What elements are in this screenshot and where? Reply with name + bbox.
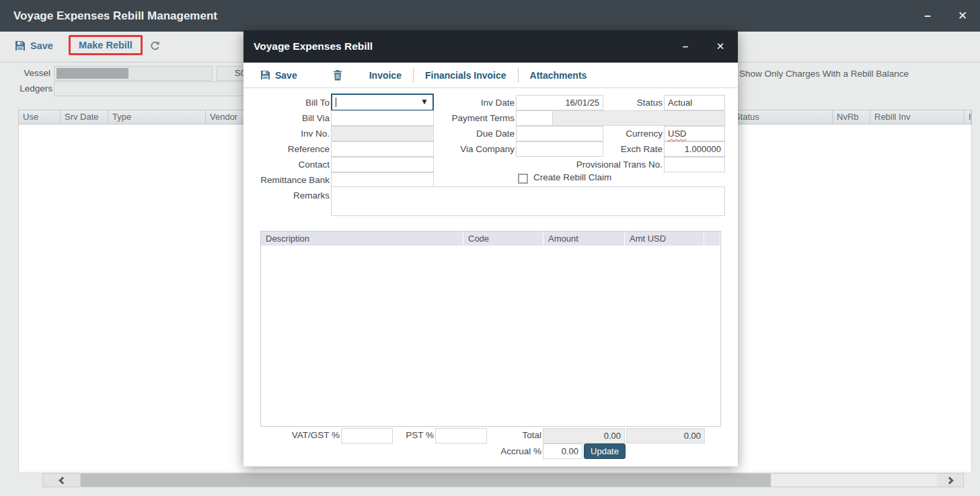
column-header-use[interactable]: Use <box>19 110 61 124</box>
main-save-button[interactable]: Save <box>15 40 53 51</box>
chevron-left-icon <box>59 476 66 484</box>
modal-save-button[interactable]: Save <box>260 70 297 81</box>
payment-terms-description-field <box>553 110 725 126</box>
remittance-bank-label: Remittance Bank <box>243 173 330 188</box>
exch-rate-label: Exch Rate <box>548 142 663 157</box>
scroll-left-button[interactable] <box>43 474 81 487</box>
column-header-filler <box>704 232 720 246</box>
column-header-type[interactable]: Type <box>108 110 206 124</box>
modal-titlebar: Voyage Expenses Rebill – ✕ <box>243 30 738 63</box>
main-close-button[interactable]: ✕ <box>951 0 974 32</box>
status-label: Status <box>548 96 663 110</box>
minimize-icon: – <box>924 9 930 22</box>
total-amt-usd-field <box>626 428 705 444</box>
save-icon <box>260 70 270 80</box>
column-header-inv[interactable]: Inv <box>965 110 971 124</box>
attachments-tab[interactable]: Attachments <box>530 70 587 81</box>
vessel-label: Vessel <box>0 68 50 78</box>
create-rebill-claim-label: Create Rebill Claim <box>533 172 611 182</box>
main-minimize-button[interactable]: – <box>916 0 939 32</box>
bill-to-combobox[interactable]: ▼ <box>331 94 434 111</box>
currency-label: Currency <box>548 127 663 141</box>
refresh-button[interactable] <box>149 40 161 52</box>
chevron-right-icon <box>946 476 953 484</box>
voyage-expenses-rebill-dialog: Voyage Expenses Rebill – ✕ Save Invoice … <box>243 30 738 466</box>
contact-label: Contact <box>243 157 330 172</box>
total-amount-field <box>543 428 625 444</box>
inv-no-label: Inv No. <box>243 127 330 141</box>
bill-to-label: Bill To <box>243 96 330 110</box>
payment-terms-label: Payment Terms <box>427 111 515 126</box>
inv-date-label: Inv Date <box>427 96 515 110</box>
make-rebill-button[interactable]: Make Rebill <box>79 40 133 50</box>
status-input[interactable] <box>664 95 725 110</box>
accrual-label: Accrual % <box>479 444 541 459</box>
due-date-label: Due Date <box>427 127 515 141</box>
column-header-nvrb[interactable]: NvRb <box>833 110 870 124</box>
toolbar-separator <box>413 68 414 83</box>
invoice-tab[interactable]: Invoice <box>369 70 402 81</box>
text-cursor <box>336 98 336 107</box>
column-header-rebill-inv[interactable]: Rebill Inv <box>870 110 965 124</box>
scroll-right-button[interactable] <box>938 474 963 487</box>
vessel-redacted-value <box>56 68 128 79</box>
financials-invoice-tab[interactable]: Financials Invoice <box>425 70 506 81</box>
accrual-input[interactable] <box>543 444 582 459</box>
scrollbar-thumb[interactable] <box>81 474 771 487</box>
provisional-trans-no-input[interactable] <box>664 157 725 172</box>
close-icon: ✕ <box>958 9 967 22</box>
invoice-items-header: Description Code Amount Amt USD <box>261 232 720 246</box>
column-header-code[interactable]: Code <box>463 232 543 246</box>
bill-via-input[interactable] <box>331 110 434 126</box>
invoice-items-table: Description Code Amount Amt USD <box>260 231 721 427</box>
total-label: Total <box>479 428 541 443</box>
create-rebill-claim-checkbox[interactable] <box>518 174 528 184</box>
make-rebill-annotation-box: Make Rebill <box>69 35 143 55</box>
payment-terms-input[interactable] <box>516 110 553 126</box>
remarks-textarea[interactable] <box>331 186 725 216</box>
column-header-amt-usd[interactable]: Amt USD <box>625 232 704 246</box>
ledgers-label: Ledgers <box>0 83 52 94</box>
main-window-title: Voyage Expenses Rebill Management <box>13 0 217 32</box>
toolbar-separator <box>518 68 519 83</box>
remittance-bank-input[interactable] <box>331 172 434 188</box>
vat-gst-label: VAT/GST % <box>243 428 340 443</box>
pst-label: PST % <box>365 428 434 443</box>
remarks-label: Remarks <box>243 188 330 203</box>
trash-icon <box>333 70 342 81</box>
delete-button[interactable] <box>333 70 342 81</box>
main-save-label: Save <box>30 40 53 51</box>
column-header-amount[interactable]: Amount <box>543 232 625 246</box>
horizontal-scrollbar[interactable] <box>42 473 964 487</box>
contact-input[interactable] <box>331 157 434 172</box>
via-company-label: Via Company <box>427 142 515 157</box>
column-header-srv-date[interactable]: Srv Date <box>61 110 108 124</box>
update-button[interactable]: Update <box>584 444 626 459</box>
column-header-description[interactable]: Description <box>261 232 463 246</box>
minimize-icon: – <box>683 40 688 52</box>
inv-no-input <box>331 126 434 141</box>
bill-via-label: Bill Via <box>243 111 330 126</box>
provisional-trans-no-label: Provisional Trans No. <box>548 157 663 172</box>
close-icon: ✕ <box>716 40 725 52</box>
currency-value: USD <box>668 129 686 139</box>
vessel-field[interactable] <box>54 66 213 81</box>
save-icon <box>15 40 26 51</box>
main-titlebar: Voyage Expenses Rebill Management – ✕ <box>0 0 980 32</box>
modal-close-button[interactable]: ✕ <box>709 30 732 62</box>
reference-input[interactable] <box>331 141 434 157</box>
modal-minimize-button[interactable]: – <box>674 30 697 62</box>
show-only-charges-label: Show Only Charges With a Rebill Balance <box>739 69 909 79</box>
refresh-icon <box>149 40 161 52</box>
reference-label: Reference <box>243 142 330 157</box>
exch-rate-input[interactable] <box>664 141 725 157</box>
modal-title: Voyage Expenses Rebill <box>254 30 373 63</box>
voyage-expenses-rebill-management-window: Voyage Expenses Rebill Management – ✕ Sa… <box>0 0 980 496</box>
modal-toolbar: Save Invoice Financials Invoice Attachme… <box>243 63 738 88</box>
ledgers-field[interactable] <box>54 81 256 96</box>
modal-save-label: Save <box>275 70 297 81</box>
column-header-status[interactable]: Status <box>730 110 833 124</box>
currency-input[interactable]: USD <box>664 126 725 141</box>
